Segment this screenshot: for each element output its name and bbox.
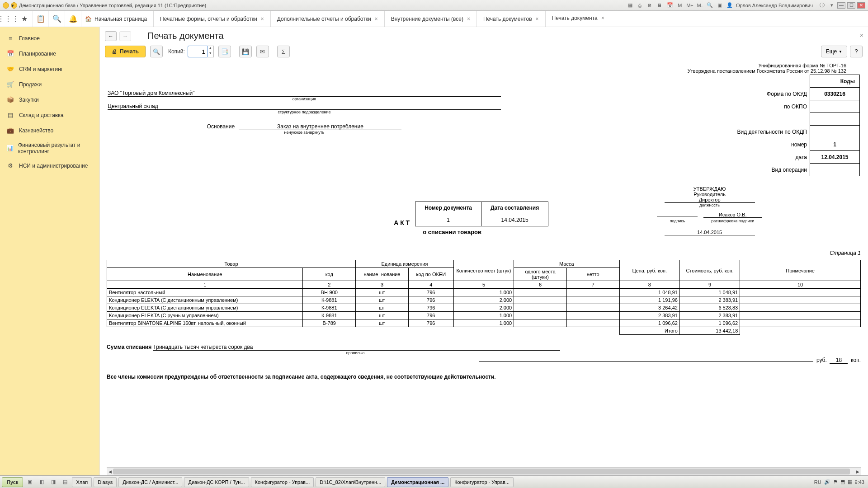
scroll-right-arrow[interactable]: ▶ — [854, 468, 861, 475]
page-marker: Страница 1 — [107, 250, 861, 256]
scroll-thumb[interactable] — [113, 469, 850, 474]
help-button[interactable]: ? — [850, 46, 863, 57]
toolbar-icon-1[interactable]: ▦ — [627, 2, 634, 9]
toolbar-icon-m1[interactable]: M — [676, 2, 684, 9]
minimize-button[interactable]: — — [837, 2, 845, 9]
tray-icon-2[interactable]: ⚑ — [833, 479, 838, 485]
close-icon[interactable]: × — [375, 16, 378, 22]
cell-qty: 2,000 — [453, 304, 514, 312]
ql-icon-1[interactable]: ▣ — [25, 477, 35, 487]
th-mass-one: одного места (штуки) — [514, 268, 567, 281]
user-name[interactable]: Орлов Александр Владимирович — [736, 3, 813, 8]
ql-icon-4[interactable]: ▤ — [60, 477, 70, 487]
taskbar-item[interactable]: D:\1C_82\Хлап\Внутренн... — [316, 477, 385, 487]
mail-button[interactable]: ✉ — [256, 46, 269, 57]
tray-icon-3[interactable]: ⬒ — [840, 479, 845, 485]
cell-okei: 796 — [408, 289, 453, 296]
tab-home[interactable]: 🏠 Начальная страница — [81, 11, 154, 27]
cell-okei: 796 — [408, 312, 453, 319]
taskbar-item[interactable]: Диакон-ДС КОРП / Тун... — [184, 477, 249, 487]
sidebar-item-treasury[interactable]: 💼Казначейство — [0, 123, 99, 138]
lang-indicator[interactable]: RU — [814, 479, 821, 485]
toolbar-icon-m2[interactable]: M+ — [686, 2, 693, 9]
close-page-button[interactable]: × — [860, 32, 863, 39]
close-icon[interactable]: × — [601, 15, 604, 21]
toolbar-icon-cal[interactable]: 📅 — [666, 2, 674, 9]
sidebar-item-finance[interactable]: 📊Финансовый результат и контроллинг — [0, 138, 99, 158]
akt-date: 14.04.2015 — [481, 214, 548, 226]
settings-button[interactable]: 📑 — [218, 46, 231, 57]
copies-spinner[interactable]: ▲▼ — [208, 46, 214, 57]
col-number: 7 — [566, 281, 619, 289]
save-button[interactable]: 💾 — [239, 46, 252, 57]
preview-button[interactable]: 🔍 — [150, 46, 163, 57]
ql-icon-2[interactable]: ◧ — [37, 477, 47, 487]
taskbar-item[interactable]: Конфигуратор - Управ... — [450, 477, 514, 487]
tray-icon-4[interactable]: ▦ — [848, 479, 852, 485]
tab-print-document[interactable]: Печать документа × — [546, 11, 611, 27]
close-icon[interactable]: × — [261, 16, 264, 22]
toolbar-icon-panel[interactable]: ▣ — [716, 2, 723, 9]
apps-icon[interactable]: ⋮⋮⋮ — [0, 11, 16, 27]
tray-icon-1[interactable]: 🔊 — [824, 479, 830, 485]
sidebar-item-crm[interactable]: 🤝CRM и маркетинг — [0, 61, 99, 77]
toolbar-icon-doc[interactable]: 🗎 — [646, 2, 654, 9]
decipher-caption: расшифровка подписи — [703, 219, 762, 223]
tab-additional-reports[interactable]: Дополнительные отчеты и обработки × — [271, 11, 385, 27]
close-icon[interactable]: × — [536, 16, 539, 22]
th-price: Цена, руб. коп. — [619, 260, 679, 281]
col-number: 9 — [679, 281, 740, 289]
cell-net — [566, 289, 619, 296]
close-window-button[interactable]: ✕ — [857, 2, 865, 9]
cell-okei: 796 — [408, 319, 453, 327]
clipboard-icon[interactable]: 📋 — [33, 11, 49, 27]
star-icon[interactable]: ★ — [16, 11, 33, 27]
sidebar-item-label: Казначейство — [19, 127, 53, 134]
taskbar-item[interactable]: Diasys — [94, 477, 117, 487]
taskbar-item[interactable]: Хлап — [72, 477, 92, 487]
number-value: 1 — [810, 138, 860, 151]
dropdown-icon[interactable]: ▾ — [828, 2, 835, 9]
sidebar-item-planning[interactable]: 📅Планирование — [0, 46, 99, 61]
horizontal-scrollbar[interactable]: ◀ ▶ — [107, 467, 861, 475]
sidebar-item-purchases[interactable]: 📦Закупки — [0, 92, 99, 108]
toolbar-icon-calc[interactable]: 🖩 — [656, 2, 664, 9]
cell-cost: 2 383,91 — [679, 312, 740, 319]
maximize-button[interactable]: ☐ — [847, 2, 855, 9]
search-icon[interactable]: 🔍 — [49, 11, 65, 27]
clock[interactable]: 9:43 — [855, 479, 864, 485]
tab-internal-docs[interactable]: Внутренние документы (все) × — [385, 11, 477, 27]
tab-print-documents[interactable]: Печать документов × — [477, 11, 546, 27]
toolbar-icon-m3[interactable]: M- — [696, 2, 703, 9]
more-button[interactable]: Еще ▼ — [821, 46, 847, 57]
bell-icon[interactable]: 🔔 — [65, 11, 81, 27]
tab-print-forms[interactable]: Печатные формы, отчеты и обработки × — [154, 11, 271, 27]
cell-price: 1 191,96 — [619, 296, 679, 304]
col-number: 3 — [356, 281, 409, 289]
scroll-left-arrow[interactable]: ◀ — [107, 468, 113, 475]
start-button[interactable]: Пуск — [2, 477, 23, 487]
nav-forward-button[interactable]: → — [119, 31, 131, 41]
date-value: 12.04.2015 — [810, 151, 860, 164]
print-button[interactable]: 🖨 Печать — [105, 46, 146, 57]
info-icon[interactable]: ⓘ — [818, 2, 826, 9]
taskbar-item[interactable]: Диакон-ДС / Админист... — [118, 477, 182, 487]
sidebar-item-nsi[interactable]: ⚙НСИ и администрирование — [0, 158, 99, 174]
app-menu-icon[interactable]: ▾ — [11, 2, 17, 9]
ql-icon-3[interactable]: ◨ — [48, 477, 58, 487]
copies-input[interactable] — [188, 46, 208, 57]
sidebar-item-warehouse[interactable]: ▤Склад и доставка — [0, 108, 99, 123]
sidebar-item-main[interactable]: ≡Главное — [0, 31, 99, 46]
cell-unit: шт — [356, 304, 409, 312]
col-number: 10 — [740, 281, 861, 289]
taskbar-item[interactable]: Демонстрационная ... — [387, 477, 448, 487]
toolbar-icon-print[interactable]: ⎙ — [637, 2, 644, 9]
document-viewport[interactable]: ЗАО "Торговый дом Комплексный" организац… — [99, 62, 868, 467]
toolbar-icon-zoom[interactable]: 🔍 — [706, 2, 713, 9]
taskbar-item[interactable]: Конфигуратор - Управ... — [251, 477, 314, 487]
sidebar-item-sales[interactable]: 🛒Продажи — [0, 77, 99, 92]
warning-text: Все члены комиссии предупреждены об отве… — [107, 374, 861, 380]
sum-button[interactable]: Σ — [277, 46, 290, 57]
close-icon[interactable]: × — [467, 16, 470, 22]
nav-back-button[interactable]: ← — [105, 31, 117, 41]
